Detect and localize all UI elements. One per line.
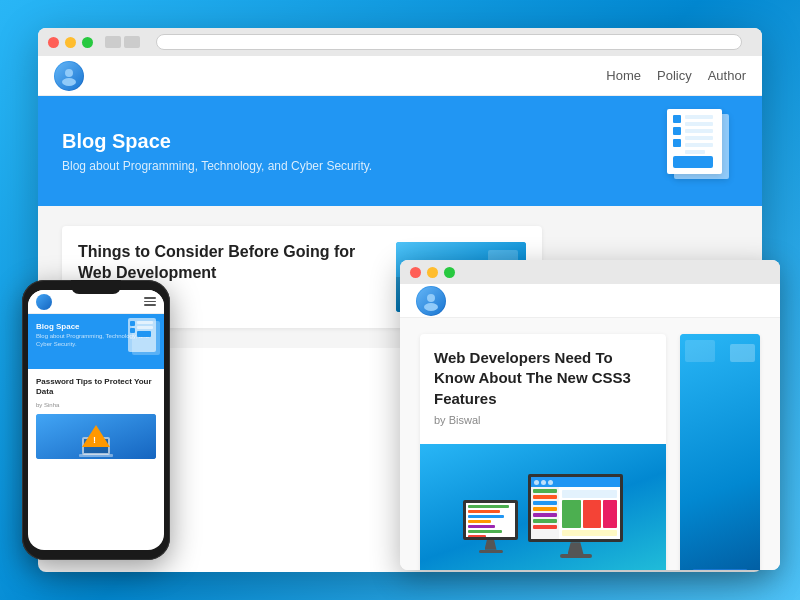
- css3-illustration: [420, 444, 666, 570]
- second-maximize-dot[interactable]: [444, 267, 455, 278]
- hero-graphic: [662, 104, 732, 179]
- phone-notch: [71, 280, 121, 294]
- phone-card-title: Password Tips to Protect Your Data: [36, 377, 156, 398]
- small-monitor: [463, 500, 518, 553]
- second-card-author: by Biswal: [434, 414, 652, 426]
- phone-card-image: !: [36, 414, 156, 459]
- second-card-title: Web Developers Need To Know About The Ne…: [434, 348, 652, 409]
- doc-main: [667, 109, 722, 174]
- second-browser-nav: [400, 284, 780, 318]
- navigation-icons: [105, 36, 140, 48]
- hero-section: Blog Space Blog about Programming, Techn…: [38, 96, 762, 206]
- phone-blog-card: Password Tips to Protect Your Data by Si…: [28, 369, 164, 467]
- svg-point-1: [62, 78, 76, 86]
- back-icon[interactable]: [105, 36, 121, 48]
- second-browser-window: Web Developers Need To Know About The Ne…: [400, 260, 780, 570]
- svg-point-2: [427, 294, 435, 302]
- blog-card-title: Things to Consider Before Going for Web …: [78, 242, 380, 284]
- nav-home[interactable]: Home: [606, 68, 641, 83]
- hero-text: Blog Space Blog about Programming, Techn…: [62, 130, 372, 173]
- second-blog-card: Web Developers Need To Know About The Ne…: [420, 334, 666, 570]
- minimize-dot[interactable]: [65, 37, 76, 48]
- second-avatar: [416, 286, 446, 316]
- nav-links: Home Policy Author: [606, 68, 746, 83]
- hamburger-icon: [144, 297, 156, 306]
- phone-screen: Blog Space Blog about Programming, Techn…: [28, 290, 164, 550]
- nav-author[interactable]: Author: [708, 68, 746, 83]
- avatar: [54, 61, 84, 91]
- nav-policy[interactable]: Policy: [657, 68, 692, 83]
- phone-frame: Blog Space Blog about Programming, Techn…: [22, 280, 170, 560]
- browser-titlebar: [38, 28, 762, 56]
- second-card-body: Web Developers Need To Know About The Ne…: [420, 334, 666, 444]
- phone-hero: Blog Space Blog about Programming, Techn…: [28, 314, 164, 369]
- second-browser-titlebar: [400, 260, 780, 284]
- hero-title: Blog Space: [62, 130, 372, 153]
- big-monitor: [528, 474, 623, 558]
- second-content: Web Developers Need To Know About The Ne…: [400, 318, 780, 570]
- second-close-dot[interactable]: [410, 267, 421, 278]
- phone-mockup: Blog Space Blog about Programming, Techn…: [22, 280, 170, 560]
- phone-card-author: by Sinha: [36, 402, 156, 408]
- second-avatar-image: [417, 287, 445, 315]
- phone-avatar: [36, 294, 52, 310]
- address-bar[interactable]: [156, 34, 742, 50]
- svg-point-0: [65, 69, 73, 77]
- hero-subtitle: Blog about Programming, Technology, and …: [62, 159, 372, 173]
- maximize-dot[interactable]: [82, 37, 93, 48]
- close-dot[interactable]: [48, 37, 59, 48]
- forward-icon[interactable]: [124, 36, 140, 48]
- svg-point-3: [424, 303, 438, 311]
- side-image-card: SEE PROJECTS: [680, 334, 760, 570]
- site-navbar: Home Policy Author: [38, 56, 762, 96]
- avatar-image: [55, 62, 83, 90]
- second-minimize-dot[interactable]: [427, 267, 438, 278]
